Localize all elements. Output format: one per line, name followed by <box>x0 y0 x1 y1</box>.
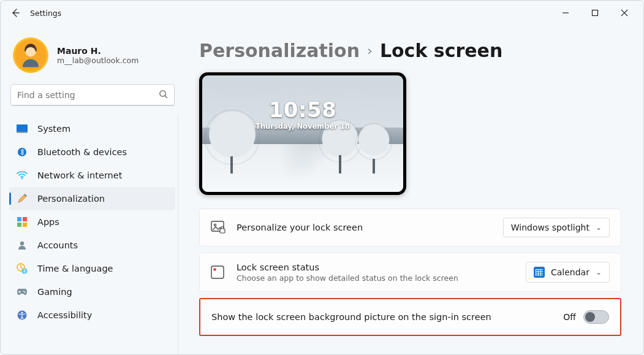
svg-point-12 <box>20 242 24 245</box>
sidebar-item-label: Gaming <box>37 287 72 297</box>
svg-rect-11 <box>23 223 27 227</box>
user-name: Mauro H. <box>57 46 138 56</box>
svg-point-16 <box>25 292 26 293</box>
sidebar-item-personalization[interactable]: Personalization <box>9 187 175 210</box>
svg-rect-0 <box>593 10 598 16</box>
svg-point-18 <box>21 312 23 314</box>
sidebar: Mauro H. m__lab@outlook.com System Bluet… <box>1 25 184 354</box>
search-input[interactable] <box>17 90 159 100</box>
gamepad-icon <box>17 286 28 297</box>
minimize-button[interactable] <box>551 3 580 23</box>
breadcrumb: Personalization › Lock screen <box>199 40 621 61</box>
maximize-button[interactable] <box>581 3 609 23</box>
titlebar: Settings <box>1 1 643 25</box>
card-personalize-lock-screen[interactable]: Personalize your lock screen Windows spo… <box>199 208 621 246</box>
card-signin-background: Show the lock screen background picture … <box>199 298 621 336</box>
status-app-dropdown[interactable]: Calendar ⌄ <box>526 262 610 283</box>
sidebar-item-label: System <box>37 124 70 134</box>
bluetooth-icon <box>17 147 28 158</box>
sidebar-item-label: Personalization <box>37 194 105 204</box>
sidebar-item-system[interactable]: System <box>9 117 175 140</box>
svg-point-15 <box>23 291 25 292</box>
card-title: Personalize your lock screen <box>237 223 491 232</box>
svg-rect-8 <box>17 217 21 221</box>
chevron-down-icon: ⌄ <box>596 223 602 232</box>
card-subtitle: Choose an app to show detailed status on… <box>237 273 513 283</box>
picture-lock-icon <box>211 221 224 234</box>
card-title: Show the lock screen background picture … <box>211 312 551 322</box>
apps-icon <box>17 216 28 227</box>
sidebar-item-label: Bluetooth & devices <box>37 147 127 157</box>
svg-rect-4 <box>17 124 28 132</box>
close-button[interactable] <box>610 3 638 23</box>
breadcrumb-parent[interactable]: Personalization <box>199 40 360 61</box>
wifi-icon <box>17 170 28 181</box>
sidebar-item-label: Accounts <box>37 240 78 250</box>
search-box[interactable] <box>10 84 175 106</box>
nav: System Bluetooth & devices Network & int… <box>9 115 178 354</box>
card-title: Lock screen status <box>237 262 513 272</box>
calendar-icon <box>534 267 545 278</box>
search-icon <box>159 90 168 101</box>
sidebar-item-label: Time & language <box>37 264 113 273</box>
personalize-dropdown[interactable]: Windows spotlight ⌄ <box>503 218 610 237</box>
maximize-icon <box>591 9 599 17</box>
chevron-down-icon: ⌄ <box>596 268 602 277</box>
svg-point-23 <box>213 268 216 271</box>
svg-point-7 <box>21 178 23 179</box>
svg-point-20 <box>214 224 216 226</box>
chevron-right-icon: › <box>367 43 373 58</box>
user-email: m__lab@outlook.com <box>57 56 138 65</box>
sidebar-item-label: Network & internet <box>37 170 122 180</box>
status-app-icon <box>211 265 224 279</box>
sidebar-item-gaming[interactable]: Gaming <box>9 280 175 303</box>
svg-rect-5 <box>17 132 28 133</box>
sidebar-item-accessibility[interactable]: Accessibility <box>9 303 175 327</box>
svg-rect-21 <box>220 229 225 233</box>
sidebar-item-apps[interactable]: Apps <box>9 210 175 234</box>
sidebar-item-label: Apps <box>37 217 59 227</box>
minimize-icon <box>562 9 569 17</box>
dropdown-value: Windows spotlight <box>511 223 589 232</box>
preview-time: 10:58 <box>202 97 403 122</box>
signin-background-toggle[interactable] <box>583 310 609 324</box>
preview-date: Thursday, November 18 <box>202 122 403 131</box>
person-icon <box>17 240 28 251</box>
svg-rect-10 <box>17 223 21 227</box>
back-button[interactable] <box>6 3 25 23</box>
arrow-left-icon <box>10 8 20 18</box>
svg-point-3 <box>160 90 165 96</box>
user-block[interactable]: Mauro H. m__lab@outlook.com <box>9 32 176 84</box>
main-content: Personalization › Lock screen 10:58 Thur… <box>184 25 643 354</box>
svg-rect-9 <box>23 217 27 221</box>
accessibility-icon <box>17 310 28 321</box>
sidebar-item-network[interactable]: Network & internet <box>9 164 175 187</box>
sidebar-item-accounts[interactable]: Accounts <box>9 234 175 257</box>
page-title: Lock screen <box>380 40 502 61</box>
close-icon <box>621 9 628 17</box>
app-title: Settings <box>30 9 61 18</box>
clock-globe-icon <box>17 263 28 274</box>
paintbrush-icon <box>17 193 28 204</box>
dropdown-value: Calendar <box>551 267 589 277</box>
sidebar-item-bluetooth[interactable]: Bluetooth & devices <box>9 140 175 164</box>
svg-rect-22 <box>211 266 224 278</box>
toggle-label: Off <box>563 312 576 322</box>
card-lock-screen-status[interactable]: Lock screen status Choose an app to show… <box>199 253 621 292</box>
avatar <box>13 37 48 73</box>
lock-screen-preview: 10:58 Thursday, November 18 <box>199 72 406 195</box>
display-icon <box>17 123 28 134</box>
sidebar-item-label: Accessibility <box>37 310 92 320</box>
sidebar-item-time-language[interactable]: Time & language <box>9 257 175 280</box>
